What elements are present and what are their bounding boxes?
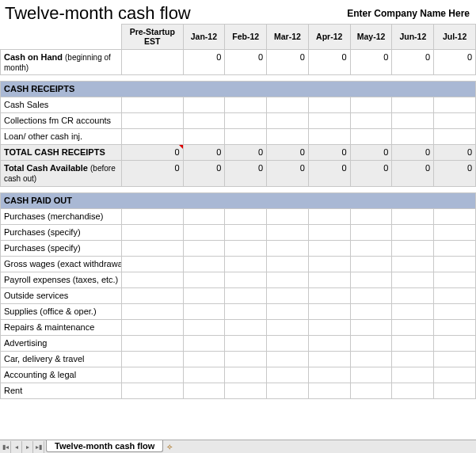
cell[interactable] xyxy=(434,272,476,287)
cell[interactable]: 0 xyxy=(267,161,309,186)
cell[interactable] xyxy=(434,287,476,303)
label-cash-on-hand[interactable]: Cash on Hand (beginning of month) xyxy=(1,50,122,75)
cell[interactable] xyxy=(350,303,392,319)
cell[interactable]: 0 xyxy=(183,145,225,161)
cell[interactable] xyxy=(183,383,225,398)
cell[interactable] xyxy=(308,272,350,287)
cell[interactable] xyxy=(308,240,350,256)
label[interactable]: Loan/ other cash inj. xyxy=(1,129,122,145)
cell[interactable] xyxy=(308,129,350,145)
cell[interactable] xyxy=(434,351,476,367)
cell[interactable] xyxy=(392,319,434,335)
cell[interactable]: 0 xyxy=(183,50,225,75)
label[interactable]: Car, delivery & travel xyxy=(1,351,122,367)
cell[interactable] xyxy=(225,240,267,256)
cell[interactable]: 0 xyxy=(183,161,225,186)
label[interactable]: Purchases (specify) xyxy=(1,240,122,256)
cell[interactable] xyxy=(350,287,392,303)
cell[interactable] xyxy=(392,335,434,351)
cell[interactable] xyxy=(434,319,476,335)
header-apr[interactable]: Apr-12 xyxy=(308,25,350,50)
cell[interactable] xyxy=(350,383,392,398)
label[interactable]: Gross wages (exact withdrawal) xyxy=(1,256,122,272)
cell[interactable] xyxy=(183,351,225,367)
cell[interactable] xyxy=(183,272,225,287)
nav-prev-icon[interactable]: ◂ xyxy=(11,441,22,453)
cell[interactable]: 0 xyxy=(225,50,267,75)
cell[interactable] xyxy=(121,319,183,335)
cell[interactable] xyxy=(434,256,476,272)
cell[interactable] xyxy=(183,224,225,240)
cell[interactable] xyxy=(183,319,225,335)
cell[interactable] xyxy=(392,224,434,240)
cell[interactable] xyxy=(267,208,309,224)
sheet-tab-active[interactable]: Twelve-month cash flow xyxy=(46,440,163,452)
cell[interactable] xyxy=(350,240,392,256)
cell[interactable] xyxy=(267,351,309,367)
cell[interactable] xyxy=(225,287,267,303)
label[interactable]: Purchases (merchandise) xyxy=(1,208,122,224)
cell[interactable] xyxy=(267,287,309,303)
cell[interactable] xyxy=(392,303,434,319)
cell[interactable] xyxy=(308,224,350,240)
cell[interactable] xyxy=(392,208,434,224)
label[interactable]: Accounting & legal xyxy=(1,367,122,383)
cell[interactable] xyxy=(267,224,309,240)
cell[interactable]: 0 xyxy=(225,145,267,161)
cell[interactable] xyxy=(225,383,267,398)
cell[interactable] xyxy=(434,208,476,224)
cell[interactable] xyxy=(392,97,434,113)
label[interactable]: Purchases (specify) xyxy=(1,224,122,240)
cell[interactable] xyxy=(225,335,267,351)
cell[interactable] xyxy=(392,367,434,383)
cell[interactable] xyxy=(121,272,183,287)
header-jul[interactable]: Jul-12 xyxy=(434,25,476,50)
cell[interactable] xyxy=(350,335,392,351)
cell[interactable] xyxy=(434,240,476,256)
cell[interactable] xyxy=(121,129,183,145)
cell[interactable] xyxy=(121,383,183,398)
cell[interactable] xyxy=(225,97,267,113)
cell[interactable] xyxy=(225,256,267,272)
header-jun[interactable]: Jun-12 xyxy=(392,25,434,50)
cell[interactable] xyxy=(392,351,434,367)
header-feb[interactable]: Feb-12 xyxy=(225,25,267,50)
cell[interactable] xyxy=(225,351,267,367)
cell[interactable] xyxy=(121,256,183,272)
cell[interactable]: 0 xyxy=(392,50,434,75)
label[interactable]: Advertising xyxy=(1,335,122,351)
cell[interactable]: 0 xyxy=(267,50,309,75)
cell[interactable]: 0 xyxy=(434,145,476,161)
cell[interactable] xyxy=(434,224,476,240)
cell[interactable] xyxy=(350,367,392,383)
cell[interactable]: 0 xyxy=(308,50,350,75)
cell[interactable] xyxy=(267,319,309,335)
cell[interactable] xyxy=(225,319,267,335)
cell[interactable] xyxy=(350,224,392,240)
cell[interactable] xyxy=(121,287,183,303)
cell[interactable] xyxy=(121,224,183,240)
cell[interactable] xyxy=(183,256,225,272)
label[interactable]: Payroll expenses (taxes, etc.) xyxy=(1,272,122,287)
cell[interactable] xyxy=(267,240,309,256)
cell[interactable] xyxy=(308,319,350,335)
cell[interactable]: 0 xyxy=(225,161,267,186)
nav-next-icon[interactable]: ▸ xyxy=(22,441,33,453)
nav-last-icon[interactable]: ▸▮ xyxy=(33,441,44,453)
cell[interactable] xyxy=(392,287,434,303)
cell[interactable] xyxy=(350,319,392,335)
header-jan[interactable]: Jan-12 xyxy=(183,25,225,50)
cell[interactable] xyxy=(350,256,392,272)
cell[interactable] xyxy=(225,272,267,287)
cell[interactable]: 0 xyxy=(350,50,392,75)
new-sheet-icon[interactable]: ✧ xyxy=(166,443,173,451)
cell[interactable] xyxy=(225,367,267,383)
label[interactable]: Outside services xyxy=(1,287,122,303)
cell[interactable] xyxy=(267,335,309,351)
cell[interactable] xyxy=(350,97,392,113)
cell[interactable] xyxy=(308,351,350,367)
header-mar[interactable]: Mar-12 xyxy=(267,25,309,50)
cell[interactable] xyxy=(225,303,267,319)
cell[interactable] xyxy=(121,240,183,256)
cell[interactable] xyxy=(267,113,309,129)
